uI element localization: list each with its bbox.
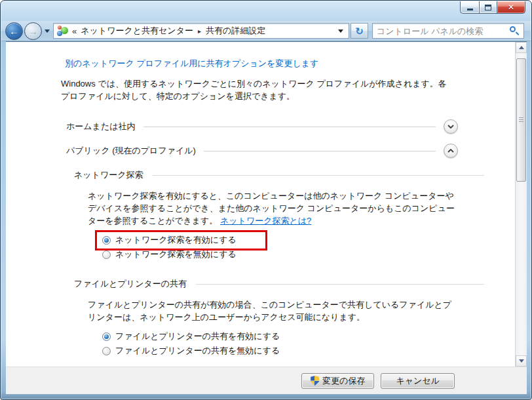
divider — [196, 284, 484, 285]
maximize-button[interactable] — [479, 1, 497, 14]
radio-option[interactable]: ネットワーク探索を無効にする — [102, 248, 527, 261]
save-changes-label: 変更の保存 — [322, 375, 365, 387]
network-discovery-description: ネットワーク探索を有効にすると、このコンピューターは他のネットワーク コンピュー… — [88, 190, 456, 227]
window-controls: ✕ — [460, 1, 525, 14]
navigation-toolbar: ← → « ネットワークと共有センター ▸ 共有の詳細設定 ↻ — [1, 21, 531, 41]
network-discovery-options: ネットワーク探索を有効にする ネットワーク探索を無効にする — [102, 233, 527, 261]
network-discovery-help-link[interactable]: ネットワーク探索とは? — [220, 216, 311, 226]
close-button[interactable]: ✕ — [497, 1, 525, 14]
divider — [204, 151, 436, 151]
scrollbar-thumb[interactable] — [516, 58, 526, 182]
breadcrumb-root[interactable]: ネットワークと共有センター — [81, 25, 193, 37]
minimize-button[interactable] — [460, 1, 479, 14]
divider — [153, 175, 484, 176]
scrollbar-grip-icon — [519, 117, 523, 123]
search-input[interactable] — [373, 26, 510, 36]
breadcrumb-separator-icon[interactable]: ▸ — [198, 28, 201, 35]
vertical-scrollbar[interactable] — [515, 42, 527, 367]
section-title: ネットワーク探索 — [74, 169, 143, 181]
radio-selected-icon[interactable] — [102, 332, 111, 341]
radio-label: ネットワーク探索を有効にする — [115, 234, 237, 246]
expand-home-button[interactable] — [444, 119, 458, 134]
forward-arrow-icon: → — [28, 26, 38, 36]
description-text: ファイルとプリンターの共有が有効の場合、このコンピューターで共有しているファイル… — [88, 300, 451, 322]
cancel-button[interactable]: キャンセル — [381, 373, 455, 389]
radio-selected-icon[interactable] — [102, 236, 111, 245]
file-printer-sharing-description: ファイルとプリンターの共有が有効の場合、このコンピューターで共有しているファイル… — [88, 298, 456, 323]
save-changes-button[interactable]: 変更の保存 — [301, 373, 374, 389]
refresh-button[interactable]: ↻ — [351, 23, 368, 39]
settings-content: 別のネットワーク プロファイル用に共有オプションを変更します Windows で… — [6, 41, 527, 367]
advanced-sharing-settings-window: ✕ ← → « ネットワークと共有センター ▸ 共有の詳細設定 ↻ — [0, 0, 532, 400]
file-printer-sharing-options: ファイルとプリンターの共有を有効にする ファイルとプリンターの共有を無効にする — [102, 330, 527, 357]
scroll-down-icon — [519, 359, 524, 363]
radio-option[interactable]: ネットワーク探索を有効にする — [102, 233, 527, 247]
breadcrumb-overflow-chevron[interactable]: « — [72, 26, 77, 36]
footer-bar: 変更の保存 キャンセル — [6, 367, 527, 394]
back-button[interactable]: ← — [5, 22, 23, 40]
divider — [143, 127, 436, 127]
titlebar[interactable]: ✕ — [1, 1, 531, 21]
address-bar[interactable]: « ネットワークと共有センター ▸ 共有の詳細設定 — [53, 23, 349, 39]
profile-row-home: ホームまたは社内 — [66, 119, 458, 134]
search-icon[interactable] — [510, 26, 519, 35]
address-dropdown-icon[interactable] — [338, 30, 343, 33]
page-title: 別のネットワーク プロファイル用に共有オプションを変更します — [65, 58, 527, 70]
radio-option[interactable]: ファイルとプリンターの共有を有効にする — [102, 330, 527, 343]
minimize-icon — [467, 9, 473, 10]
profile-home-label: ホームまたは社内 — [66, 121, 136, 132]
uac-shield-icon — [311, 376, 319, 386]
search-box[interactable] — [372, 23, 524, 39]
cancel-label: キャンセル — [396, 375, 440, 387]
chevron-up-icon — [447, 149, 454, 153]
collapse-public-button[interactable] — [444, 144, 458, 158]
profile-row-public: パブリック (現在のプロファイル) — [66, 144, 458, 158]
refresh-icon: ↻ — [355, 26, 364, 36]
close-icon: ✕ — [508, 3, 514, 11]
section-title: ファイルとプリンターの共有 — [74, 278, 187, 290]
recent-pages-dropdown[interactable] — [45, 30, 50, 33]
breadcrumb-current[interactable]: 共有の詳細設定 — [206, 25, 265, 37]
maximize-icon — [485, 5, 491, 10]
public-profile-settings: ネットワーク探索 ネットワーク探索を有効にすると、このコンピューターは他のネット… — [61, 169, 527, 367]
section-file-printer-sharing-header: ファイルとプリンターの共有 — [74, 278, 484, 290]
scroll-up-button[interactable] — [516, 42, 527, 53]
back-arrow-icon: ← — [9, 26, 19, 36]
scroll-down-button[interactable] — [516, 355, 527, 367]
radio-option[interactable]: ファイルとプリンターの共有を無効にする — [102, 344, 527, 357]
radio-unselected-icon[interactable] — [102, 250, 111, 259]
profile-public-label: パブリック (現在のプロファイル) — [66, 145, 196, 157]
scroll-up-icon — [519, 46, 524, 49]
section-network-discovery-header: ネットワーク探索 — [74, 169, 484, 181]
intro-text: Windows では、使用するネットワークごとに別々のネットワーク プロファイル… — [61, 77, 454, 102]
forward-button[interactable]: → — [24, 22, 42, 40]
radio-unselected-icon[interactable] — [102, 347, 111, 355]
chevron-down-icon — [447, 125, 454, 129]
network-icon — [57, 26, 68, 36]
radio-label: ネットワーク探索を無効にする — [115, 249, 237, 260]
radio-label: ファイルとプリンターの共有を無効にする — [115, 345, 280, 357]
radio-label: ファイルとプリンターの共有を有効にする — [115, 330, 280, 342]
